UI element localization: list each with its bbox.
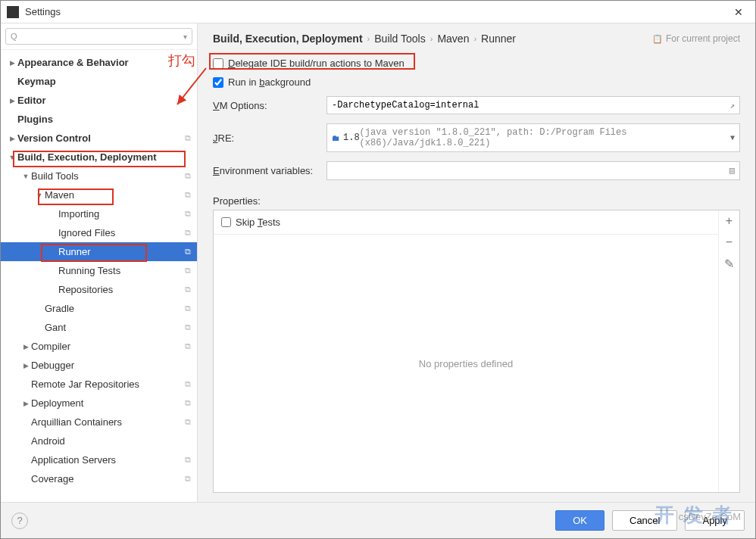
delegate-checkbox-row[interactable]: Delegate IDE build/run actions to Maven <box>213 54 740 73</box>
titlebar: Settings ✕ <box>1 1 755 23</box>
tree-caret-icon[interactable]: ▼ <box>7 154 17 161</box>
add-property-button[interactable]: + <box>719 210 739 232</box>
tree-item-gant[interactable]: Gant⧉ <box>1 318 197 337</box>
tree-item-repositories[interactable]: Repositories⧉ <box>1 280 197 299</box>
project-scope-icon: ⧉ <box>185 304 191 313</box>
tree-item-gradle[interactable]: Gradle⧉ <box>1 299 197 318</box>
project-scope-icon: ⧉ <box>185 398 191 408</box>
tree-item-ignored-files[interactable]: Ignored Files⧉ <box>1 223 197 242</box>
tree-item-compiler[interactable]: ▶Compiler⧉ <box>1 337 197 356</box>
dropdown-icon[interactable] <box>183 31 187 42</box>
chevron-down-icon[interactable]: ▼ <box>730 134 735 142</box>
skip-tests-checkbox[interactable] <box>221 217 231 227</box>
tree-item-version-control[interactable]: ▶Version Control⧉ <box>1 129 197 148</box>
tree-item-label: Arquillian Containers <box>31 416 185 428</box>
project-scope-icon: ⧉ <box>185 171 191 181</box>
settings-tree: ▶Appearance & BehaviorKeymap▶EditorPlugi… <box>1 50 197 502</box>
tree-caret-icon[interactable]: ▶ <box>20 343 31 351</box>
tree-item-label: Debugger <box>31 360 191 371</box>
window-title: Settings <box>25 6 728 17</box>
apply-button[interactable]: Apply <box>685 510 745 531</box>
search-icon <box>11 31 17 42</box>
tree-item-label: Importing <box>58 208 185 220</box>
chevron-right-icon: › <box>430 34 433 43</box>
project-scope-icon: ⧉ <box>185 133 191 143</box>
breadcrumb-segment[interactable]: Build Tools <box>374 33 425 45</box>
tree-item-label: Plugins <box>17 114 191 125</box>
tree-item-label: Ignored Files <box>58 227 185 238</box>
env-vars-label: Environment variables: <box>213 165 319 176</box>
tree-item-label: Repositories <box>58 284 185 295</box>
tree-item-deployment[interactable]: ▶Deployment⧉ <box>1 394 197 413</box>
tree-item-label: Appearance & Behavior <box>17 57 191 68</box>
tree-item-debugger[interactable]: ▶Debugger <box>1 356 197 375</box>
project-scope-icon: ⧉ <box>185 228 191 238</box>
vm-options-label: VM Options: <box>213 100 319 111</box>
jre-dropdown[interactable]: 🖿 1.8 (java version "1.8.0_221", path: D… <box>326 123 740 152</box>
background-checkbox-row[interactable]: Run in background <box>213 73 740 92</box>
tree-caret-icon[interactable]: ▶ <box>7 59 17 67</box>
project-scope-icon: ⧉ <box>185 341 191 351</box>
project-scope-icon: ⧉ <box>185 455 191 465</box>
tree-item-appearance-behavior[interactable]: ▶Appearance & Behavior <box>1 53 197 72</box>
tree-item-label: Deployment <box>31 397 185 409</box>
tree-item-running-tests[interactable]: Running Tests⧉ <box>1 261 197 280</box>
chevron-right-icon: › <box>473 34 476 43</box>
tree-caret-icon[interactable]: ▶ <box>7 97 17 104</box>
tree-caret-icon[interactable]: ▶ <box>7 135 17 142</box>
tree-item-editor[interactable]: ▶Editor <box>1 91 197 110</box>
tree-item-maven[interactable]: ▼Maven⧉ <box>1 185 197 204</box>
tree-caret-icon[interactable]: ▼ <box>34 192 45 199</box>
tree-item-plugins[interactable]: Plugins <box>1 110 197 129</box>
delegate-label: Delegate IDE build/run actions to Maven <box>228 58 405 69</box>
background-checkbox[interactable] <box>213 77 223 88</box>
tree-item-keymap[interactable]: Keymap <box>1 72 197 91</box>
tree-item-label: Keymap <box>17 76 191 87</box>
settings-sidebar: ▶Appearance & BehaviorKeymap▶EditorPlugi… <box>1 23 198 502</box>
edit-property-button[interactable]: ✎ <box>719 253 739 274</box>
ok-button[interactable]: OK <box>555 510 604 531</box>
expand-icon[interactable]: ↗ <box>729 101 735 111</box>
search-input[interactable] <box>5 28 192 45</box>
tree-item-android[interactable]: Android <box>1 432 197 450</box>
skip-tests-row[interactable]: Skip Tests <box>214 210 718 235</box>
project-scope-icon: ⧉ <box>185 190 191 200</box>
properties-label: Properties: <box>213 192 740 210</box>
tree-item-coverage[interactable]: Coverage⧉ <box>1 469 197 488</box>
tree-item-label: Gant <box>45 322 185 333</box>
breadcrumb-segment[interactable]: Build, Execution, Deployment <box>213 33 363 45</box>
tree-item-label: Version Control <box>17 132 185 144</box>
close-icon[interactable]: ✕ <box>728 3 749 21</box>
list-edit-icon[interactable]: ▤ <box>729 165 735 176</box>
delegate-checkbox[interactable] <box>213 58 223 69</box>
remove-property-button[interactable]: − <box>719 232 739 253</box>
folder-icon: 🖿 <box>332 133 340 143</box>
tree-item-remote-jar-repositories[interactable]: Remote Jar Repositories⧉ <box>1 375 197 394</box>
tree-caret-icon[interactable]: ▶ <box>20 362 31 369</box>
tree-item-application-servers[interactable]: Application Servers⧉ <box>1 450 197 469</box>
tree-item-label: Android <box>31 435 191 447</box>
tree-item-importing[interactable]: Importing⧉ <box>1 204 197 223</box>
properties-panel: Skip Tests No properties defined + − ✎ <box>213 210 740 493</box>
vm-options-input[interactable]: ↗ <box>326 96 740 114</box>
tree-item-arquillian-containers[interactable]: Arquillian Containers⧉ <box>1 413 197 432</box>
help-icon[interactable]: ? <box>11 513 28 529</box>
project-scope-icon: ⧉ <box>185 379 191 389</box>
tree-item-label: Maven <box>45 189 185 201</box>
tree-item-label: Running Tests <box>58 265 185 276</box>
tree-caret-icon[interactable]: ▶ <box>20 400 31 407</box>
project-scope-icon: ⧉ <box>185 417 191 427</box>
cancel-button[interactable]: Cancel <box>612 510 677 531</box>
breadcrumb-segment[interactable]: Maven <box>437 33 469 45</box>
jre-label: JRE: <box>213 132 319 144</box>
project-scope-icon: ⧉ <box>185 247 191 257</box>
breadcrumb-segment: Runner <box>481 33 516 45</box>
env-vars-input[interactable]: ▤ <box>326 161 740 180</box>
tree-item-build-tools[interactable]: ▼Build Tools⧉ <box>1 167 197 185</box>
chevron-right-icon: › <box>367 34 370 43</box>
tree-item-label: Coverage <box>31 473 185 484</box>
tree-item-build-execution-deployment[interactable]: ▼Build, Execution, Deployment <box>1 148 197 167</box>
tree-caret-icon[interactable]: ▼ <box>20 173 31 180</box>
tree-item-runner[interactable]: Runner⧉ <box>1 242 197 261</box>
tree-item-label: Build Tools <box>31 170 185 182</box>
